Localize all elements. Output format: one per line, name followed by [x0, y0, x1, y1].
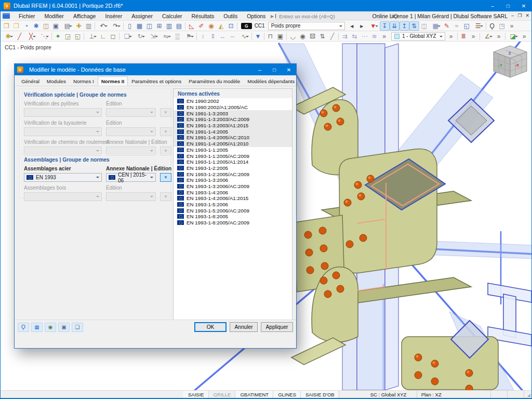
norm-item[interactable]: EN 1993-1-1:2005 — [174, 147, 292, 153]
connect-lines-icon[interactable]: ∿ — [237, 32, 250, 41]
nodal-support-icon[interactable]: ⊥ — [85, 32, 98, 41]
dialog-save-default-icon[interactable]: ▣ — [58, 323, 70, 332]
dialog-tab[interactable]: Paramètres et options — [128, 76, 185, 86]
next-case-icon[interactable]: ▸ — [357, 21, 367, 31]
mirror-object-icon[interactable]: ⇋ — [159, 32, 172, 41]
zoom-cancel-icon[interactable]: Ϙ — [487, 21, 497, 31]
dim-horizontal-icon[interactable]: ↔ — [218, 32, 228, 41]
norm-item[interactable]: EN 1993-1-4:2006 — [174, 189, 292, 195]
norm-item[interactable]: EN 1993-1-3:2006/AC:2009 — [174, 183, 292, 190]
norm-item[interactable]: EN 1993-1-4:2006/A1:2015 — [174, 195, 292, 202]
dialog-tab[interactable]: Général — [18, 76, 43, 86]
swap-view-icon[interactable]: ⇅ — [317, 32, 327, 41]
redo-icon[interactable]: ↷ — [109, 21, 122, 31]
coordinate-system-select[interactable]: 1 - Global XYZ — [391, 32, 445, 41]
printout-report-icon[interactable]: ▥ — [84, 21, 94, 31]
norm-item[interactable]: EN 1991-1-3:2003/AC:2009 — [174, 116, 292, 123]
new-solid-icon[interactable]: ◱ — [73, 32, 83, 41]
norm-item[interactable]: EN 1991-1-4:2005/A1:2010 — [174, 141, 292, 147]
render-cube-icon[interactable]: ◳ — [497, 21, 507, 31]
dialog-help-icon[interactable]: Ϙ — [18, 323, 29, 332]
table-view-4-icon[interactable]: ⊞ — [154, 21, 164, 31]
menu-item[interactable]: Fichier — [14, 11, 40, 21]
calculator-icon[interactable]: ☰ — [472, 21, 485, 31]
dialog-close-button[interactable]: ✕ — [282, 64, 296, 75]
overflow-1-icon[interactable]: » — [507, 21, 517, 31]
dlubal-sync-icon[interactable]: ◔ — [21, 21, 31, 31]
table-view-5-icon[interactable]: ▥ — [164, 21, 174, 31]
previous-case-icon[interactable]: ◂ — [347, 21, 357, 31]
copy-object-icon[interactable]: ❏ — [121, 32, 134, 41]
status-toggle[interactable]: GRILLE — [209, 391, 236, 398]
result-arrows-1-icon[interactable]: ⇉ — [340, 32, 350, 41]
array-object-icon[interactable]: ▒ — [172, 32, 182, 41]
overflow-6-icon[interactable]: » — [520, 32, 529, 41]
delete-line-icon[interactable]: ╳ — [24, 32, 37, 41]
save-icon[interactable]: ▣ — [51, 21, 61, 31]
norm-item[interactable]: EN 1991-1-4:2005/AC:2010 — [174, 135, 292, 141]
new-node-icon[interactable]: ✱ — [2, 32, 15, 41]
dialog-copy-settings-icon[interactable]: ❏ — [72, 323, 83, 332]
steel-annex-select[interactable]: CEN | 2015-06 — [106, 173, 156, 182]
steel-joints-select[interactable]: EN 1993 — [24, 173, 102, 182]
curve-tool-icon[interactable]: ◡ — [288, 32, 298, 41]
render-off-icon[interactable]: ◫ — [419, 21, 429, 31]
frame-open-icon[interactable]: ⊓ — [265, 32, 275, 41]
dialog-tab[interactable]: Paramètres du modèle — [185, 76, 244, 86]
line-support-icon[interactable]: ∟ — [98, 32, 108, 41]
show-supports-icon[interactable]: ↧ — [380, 21, 390, 31]
open-model-icon[interactable]: ❐ — [11, 21, 21, 31]
trace-line-icon[interactable]: ≈ — [452, 21, 462, 31]
menu-item[interactable]: Options — [242, 11, 270, 21]
load-case-select[interactable]: Poids propre — [268, 22, 345, 30]
norm-item[interactable]: EN 1993-1-2:2005 — [174, 165, 292, 171]
resize-grip[interactable]: ◢ — [524, 391, 531, 398]
new-table-icon[interactable]: ▦ — [429, 21, 442, 31]
menu-item[interactable]: Outils — [219, 11, 242, 21]
table-view-1-icon[interactable]: ▯ — [125, 21, 135, 31]
dialog-tab[interactable]: Modèles dépendants — [244, 76, 296, 86]
menu-item[interactable]: Résultats — [187, 11, 219, 21]
new-member-icon[interactable]: ✦ — [53, 32, 63, 41]
rotate-object-icon[interactable]: ↻ — [134, 32, 147, 41]
title-bar[interactable]: 6 Dlubal RFEM | 6.04.0001 | Portique 2D.… — [1, 0, 531, 11]
norm-item[interactable]: EN 1993-1-2:2005/AC:2009 — [174, 171, 292, 177]
norm-item[interactable]: EN 1993-1-5:2006/AC:2009 — [174, 207, 292, 214]
status-toggle[interactable]: GLINES — [273, 391, 301, 398]
minimize-button[interactable]: – — [485, 0, 500, 11]
new-line-icon[interactable]: ╱ — [15, 32, 24, 41]
move-object-icon[interactable]: ⇲ — [147, 32, 159, 41]
steel-annex-filter-button[interactable]: ▼ — [160, 173, 171, 182]
edit-red-icon[interactable]: ✎ — [442, 21, 452, 31]
overflow-4-icon[interactable]: » — [469, 32, 478, 41]
keyword-search-input[interactable]: Entrez un mot-clé (Alt+Q) — [276, 12, 385, 20]
norm-item[interactable]: EN 1991-1-3:2003/A1:2015 — [174, 123, 292, 129]
find-node-icon[interactable]: ◉ — [206, 21, 216, 31]
work-plane-icon[interactable]: ⊡ — [226, 21, 236, 31]
select-special-icon[interactable]: ◺ — [187, 21, 196, 31]
print-icon[interactable]: ▤ — [61, 21, 74, 31]
dialog-title-bar[interactable]: 6 Modifier le modèle - Données de base –… — [15, 64, 296, 75]
dim-vertical-icon[interactable]: ↕ — [198, 32, 208, 41]
dice-view-icon[interactable]: ⚄ — [308, 32, 317, 41]
table-view-3-icon[interactable]: ◫ — [144, 21, 154, 31]
filter-view-icon[interactable]: ▼ — [253, 32, 263, 41]
quick-access-icon[interactable] — [3, 13, 10, 19]
dim-lines-icon[interactable]: ⇕ — [208, 32, 218, 41]
show-deformed-icon[interactable]: ↥ — [400, 21, 409, 31]
dialog-units-icon[interactable]: ▦ — [31, 323, 43, 332]
view-sphere-icon[interactable]: ◉ — [298, 32, 308, 41]
overflow-5-icon[interactable]: » — [494, 32, 504, 41]
norm-item[interactable]: EN 1993-1-1:2005/AC:2009 — [174, 153, 292, 159]
cancel-button[interactable]: Annuler — [230, 322, 258, 332]
tag-object-icon[interactable]: ⚑ — [182, 32, 195, 41]
beam-member[interactable] — [488, 283, 531, 346]
background-toggle-icon[interactable]: ◪ — [507, 32, 520, 41]
norm-item[interactable]: EN 1991-1-3:2003 — [174, 110, 292, 116]
workspace-restore-icon[interactable]: ❐ — [517, 13, 522, 18]
section-line-icon[interactable]: ╱ — [327, 32, 337, 41]
show-nodes-icon[interactable]: ⇊ — [390, 21, 400, 31]
workspace-close-icon[interactable]: ✕ — [525, 13, 529, 18]
status-toggle[interactable]: SAISIE D'OB — [301, 391, 339, 398]
norm-item[interactable]: EN 1993-1-8:2005/AC:2009 — [174, 220, 292, 226]
